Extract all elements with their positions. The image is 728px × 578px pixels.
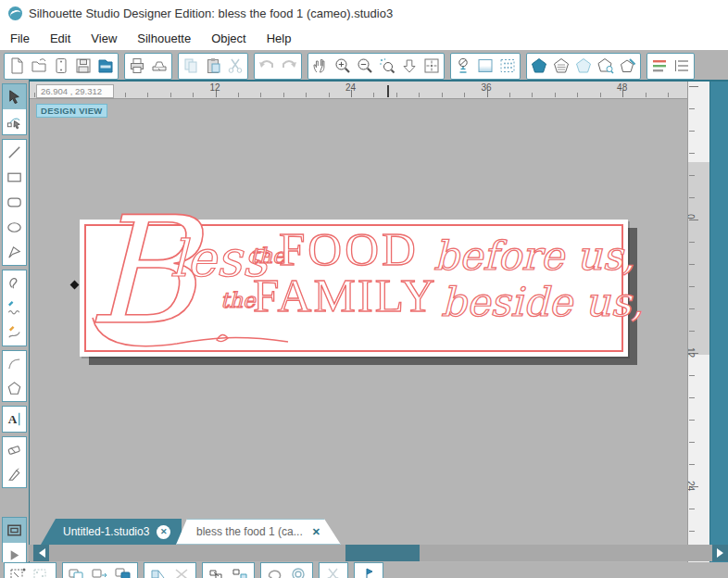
silhouette-logo-icon xyxy=(8,6,22,20)
cutting-mat-icon[interactable] xyxy=(453,55,473,77)
pan-icon[interactable] xyxy=(310,55,331,77)
sketch-tool[interactable] xyxy=(3,295,26,320)
spiral-icon[interactable] xyxy=(288,566,308,578)
board-text-before-us: before us, xyxy=(433,236,635,276)
design-board[interactable]: B less the FOOD before us, the FAMILY be… xyxy=(80,220,628,357)
flag-small-icon[interactable] xyxy=(358,566,379,578)
tab-untitled[interactable]: Untitled-1.studio3 ✕ xyxy=(41,519,182,545)
bottom-group-cut xyxy=(319,562,348,578)
menu-silhouette[interactable]: Silhouette xyxy=(127,28,201,49)
menu-edit[interactable]: Edit xyxy=(40,28,81,49)
transform-points-icon[interactable] xyxy=(31,566,52,578)
mirror-icon[interactable] xyxy=(148,566,169,578)
scroll-left-button[interactable] xyxy=(33,545,49,561)
svg-text:A: A xyxy=(8,412,18,426)
line-color-icon[interactable] xyxy=(618,55,638,77)
rectangle-tool[interactable] xyxy=(3,165,26,190)
fill-pattern-icon[interactable] xyxy=(573,55,594,77)
transform-select-icon[interactable] xyxy=(8,566,29,578)
smooth-sketch-tool[interactable] xyxy=(3,320,26,346)
menu-view[interactable]: View xyxy=(81,28,127,49)
bottom-group-duplicate xyxy=(62,562,138,578)
rounded-rectangle-tool[interactable] xyxy=(3,190,26,215)
board-text-beside-us: beside us, xyxy=(441,283,644,322)
toolbar-group-history xyxy=(254,53,302,80)
toolbar-group-zoom xyxy=(308,53,445,80)
bottom-group-modify xyxy=(260,562,313,578)
drag-zoom-icon[interactable] xyxy=(399,55,420,77)
select-tool[interactable] xyxy=(3,84,26,109)
scrollbar-thumb[interactable] xyxy=(345,545,420,561)
redo-icon[interactable] xyxy=(279,55,299,77)
board-text-the-2: the xyxy=(220,290,256,311)
line-tool[interactable] xyxy=(3,140,26,165)
tab-bless-the-food[interactable]: bless the food 1 (ca... ✕ xyxy=(176,519,341,545)
menu-file[interactable]: File xyxy=(0,28,40,49)
scroll-right-button[interactable] xyxy=(712,545,728,561)
horizontal-scrollbar[interactable] xyxy=(29,545,728,561)
delete-icon[interactable] xyxy=(171,566,192,578)
save-icon[interactable] xyxy=(73,55,94,77)
cut-icon[interactable] xyxy=(225,55,245,77)
fill-gradient-icon[interactable] xyxy=(551,55,571,77)
zoom-selection-icon[interactable] xyxy=(377,55,397,77)
tab-bless-label: bless the food 1 (ca... xyxy=(196,525,303,538)
send-to-silhouette-icon[interactable] xyxy=(149,55,169,77)
duplicate-icon[interactable] xyxy=(67,566,87,578)
cursor-coordinates: 26.904 , 29.312 xyxy=(36,84,114,98)
eraser-tool[interactable] xyxy=(3,437,26,462)
fit-to-page-icon[interactable] xyxy=(421,55,442,77)
right-panel-strip[interactable] xyxy=(709,82,728,562)
toolbar-group-output xyxy=(124,53,172,80)
line-style-icon[interactable] xyxy=(596,55,616,77)
page-setup-icon[interactable] xyxy=(475,55,496,77)
copy-icon[interactable] xyxy=(181,55,201,77)
bottom-group-group xyxy=(202,562,255,578)
page-panel-button[interactable] xyxy=(3,518,26,543)
ruler-cursor-marker xyxy=(387,85,389,97)
bottom-toolbar xyxy=(0,562,728,578)
menu-object[interactable]: Object xyxy=(201,28,257,49)
ruler-h-label: 24 xyxy=(345,82,356,93)
polygon-tool[interactable] xyxy=(3,376,26,401)
text-tool[interactable]: A xyxy=(3,407,26,432)
duplicate-down-icon[interactable] xyxy=(113,566,133,578)
ellipse-tool[interactable] xyxy=(3,215,26,240)
duplicate-right-icon[interactable] xyxy=(90,566,110,578)
rotate-icon[interactable] xyxy=(265,566,285,578)
group-icon[interactable] xyxy=(207,566,227,578)
window-title: Silhouette Studio Designer Edition: bles… xyxy=(29,6,393,20)
tab-untitled-close-icon[interactable]: ✕ xyxy=(157,525,170,539)
grid-settings-icon[interactable] xyxy=(497,55,518,77)
knife-tool[interactable] xyxy=(3,462,26,487)
new-document-icon[interactable] xyxy=(6,55,27,77)
bottom-group-edit xyxy=(144,562,196,578)
undo-icon[interactable] xyxy=(257,55,277,77)
fill-color-icon[interactable] xyxy=(529,55,549,77)
toolbar-group-file xyxy=(4,53,119,80)
arc-tool[interactable] xyxy=(3,351,26,376)
text-style-icon[interactable] xyxy=(649,55,670,77)
ruler-h-label: 36 xyxy=(482,82,492,93)
zoom-in-icon[interactable] xyxy=(333,55,353,77)
ruler-v-label: 0 xyxy=(687,214,696,220)
ruler-h-label: 12 xyxy=(210,82,220,93)
line-spacing-icon[interactable] xyxy=(672,55,692,77)
paste-icon[interactable] xyxy=(203,55,223,77)
scissors-small-icon[interactable] xyxy=(323,566,344,578)
open-library-icon[interactable] xyxy=(51,55,71,77)
menu-help[interactable]: Help xyxy=(257,28,302,49)
print-icon[interactable] xyxy=(127,55,147,77)
draw-polygon-tool[interactable] xyxy=(3,240,26,265)
design-canvas[interactable]: 12243648 26.904 , 29.312 DESIGN VIEW B l… xyxy=(29,82,687,562)
zoom-out-icon[interactable] xyxy=(355,55,375,77)
menu-bar: File Edit View Silhouette Object Help xyxy=(0,26,728,50)
save-to-library-icon[interactable] xyxy=(95,55,116,77)
open-file-icon[interactable] xyxy=(29,55,49,77)
draw-curve-tool[interactable] xyxy=(3,270,26,295)
ungroup-icon[interactable] xyxy=(230,566,250,578)
ruler-horizontal: 12243648 xyxy=(30,82,687,99)
tab-bless-close-icon[interactable]: ✕ xyxy=(312,526,320,538)
bottom-group-flag xyxy=(354,562,383,578)
edit-points-tool[interactable] xyxy=(3,109,26,134)
